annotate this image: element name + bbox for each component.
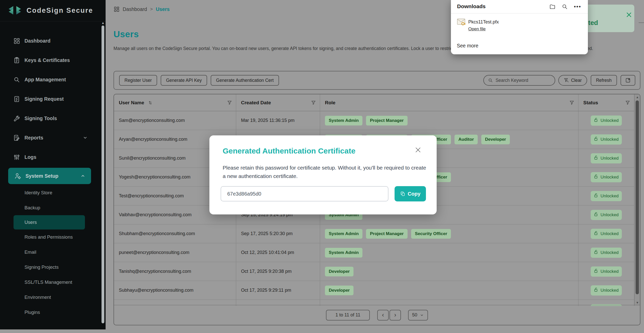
sidebar-item-signing-tools[interactable]: Signing Tools	[0, 109, 106, 128]
modal-close-icon[interactable]	[414, 146, 422, 154]
status-badge[interactable]: Unlocked	[591, 134, 622, 145]
status-badge[interactable]: Unlocked	[591, 153, 622, 163]
sidebar-item-roles-and-permissions[interactable]: Roles and Permissions	[0, 229, 106, 245]
table-row[interactable]: Tanishq@encryptionconsulting.comOct 17, …	[114, 262, 634, 281]
downloaded-file-name[interactable]: Pkcs11Test.pfx	[468, 19, 499, 25]
expand-icon	[625, 78, 631, 83]
created-date-cell: Oct 17, 2025 9:29:11 pm	[236, 281, 320, 300]
register-user-button[interactable]: Register User	[119, 75, 157, 86]
role-cell: System AdminProject Manager	[320, 111, 578, 130]
status-badge[interactable]: Unlocked	[591, 210, 622, 220]
sidebar-item-label: Logs	[24, 154, 36, 160]
sidebar-item-backup[interactable]: Backup	[0, 200, 106, 215]
sidebar-item-email[interactable]: Email	[0, 245, 106, 260]
downloads-flyout: Downloads ••• Pkcs11Test.pfx Open file S…	[451, 0, 588, 54]
table-row[interactable]: Subhayu@encryptionconsulting.comOct 17, …	[114, 281, 634, 300]
search-input[interactable]	[496, 78, 549, 83]
sidebar-item-plugins[interactable]: Plugins	[0, 305, 106, 320]
status-badge[interactable]: Unlocked	[591, 266, 622, 277]
sidebar-item-label: Signing Request	[24, 96, 64, 102]
search-downloads-icon[interactable]	[562, 4, 568, 10]
table-row[interactable]: Shubham@encryptionconsulting.comSep 17, …	[114, 224, 634, 243]
folder-icon[interactable]	[549, 4, 555, 10]
role-badge: Developer	[325, 267, 353, 276]
page-size-select[interactable]: 50	[408, 310, 428, 321]
sidebar-nav: DashboardKeys & CertificatesApp Manageme…	[0, 31, 106, 320]
sidebar-item-users[interactable]: Users	[14, 215, 85, 229]
funnel-icon[interactable]	[569, 100, 574, 105]
open-file-link[interactable]: Open file	[468, 27, 486, 32]
role-badge: Security Officer	[411, 229, 451, 239]
search-icon	[488, 78, 493, 83]
column-label: Role	[325, 100, 335, 106]
prev-page-button[interactable]: ‹	[377, 310, 389, 321]
refresh-button[interactable]: Refresh	[591, 75, 617, 86]
status-cell: Unlocked	[578, 149, 634, 168]
created-date-cell: Oct 12, 2025 10:41:04 pm	[236, 243, 320, 262]
more-options-icon[interactable]: •••	[574, 4, 581, 10]
refresh-label: Refresh	[596, 78, 612, 83]
role-badge: System Admin	[325, 116, 362, 125]
sidebar-item-ssl-tls-management[interactable]: SSL/TLS Management	[0, 275, 106, 290]
user-name-cell: Shubham@encryptionconsulting.com	[114, 224, 236, 243]
clear-filters-button[interactable]: Clear	[558, 75, 587, 86]
sidebar-item-keys-certificates[interactable]: Keys & Certificates	[0, 50, 106, 70]
status-badge[interactable]: Unlocked	[591, 172, 622, 182]
sidebar-subitem-label: Environment	[24, 294, 51, 300]
sidebar-item-identity-store[interactable]: Identity Store	[0, 185, 106, 200]
copy-button[interactable]: Copy	[395, 186, 426, 201]
sidebar-scrollbar[interactable]	[102, 25, 104, 323]
scroll-down-icon[interactable]: ▼	[635, 301, 640, 304]
status-badge[interactable]: Unlocked	[591, 229, 622, 239]
funnel-icon[interactable]	[311, 100, 316, 105]
sidebar-item-dashboard[interactable]: Dashboard	[0, 31, 106, 50]
status-badge[interactable]: Unlocked	[591, 248, 622, 258]
sidebar-scroll-up-icon[interactable]: ▲	[101, 21, 105, 25]
sidebar-item-environment[interactable]: Environment	[0, 290, 106, 305]
scroll-up-icon[interactable]: ▲	[635, 95, 640, 99]
expand-table-button[interactable]	[621, 75, 635, 86]
generate-api-key-button[interactable]: Generate API Key	[161, 75, 207, 86]
screen: CodeSign Secure DashboardKeys & Certific…	[0, 0, 644, 333]
role-badge: Developer	[481, 135, 510, 144]
table-scrollbar-thumb[interactable]	[636, 100, 639, 294]
sidebar-item-logs[interactable]: Logs	[0, 147, 106, 167]
sidebar-item-label: Signing Tools	[24, 116, 57, 121]
lock-open-icon	[594, 231, 598, 237]
status-cell: Unlocked	[578, 168, 634, 186]
clear-label: Clear	[571, 78, 582, 83]
see-more-link[interactable]: See more	[457, 43, 478, 49]
certificate-password-field[interactable]	[221, 186, 388, 201]
sidebar-item-label: Dashboard	[24, 38, 50, 44]
table-row[interactable]: puneet@encryptionconsulting.comOct 12, 2…	[114, 243, 634, 262]
search-box	[483, 75, 555, 86]
status-label: Unlocked	[601, 156, 619, 161]
next-page-button[interactable]: ›	[389, 310, 401, 321]
sidebar-item-signing-request[interactable]: Signing Request	[0, 89, 106, 109]
sort-icon[interactable]	[148, 100, 153, 105]
table-row[interactable]: Sam@encryptionconsulting.comMar 19, 2025…	[114, 111, 634, 130]
toast-close-icon[interactable]	[625, 11, 633, 18]
funnel-icon[interactable]	[625, 100, 630, 105]
status-cell: Unlocked	[578, 224, 634, 243]
user-gear-icon	[14, 173, 21, 180]
table-scrollbar[interactable]: ▲ ▼	[634, 94, 640, 305]
sidebar-item-reports[interactable]: Reports	[0, 128, 106, 147]
sidebar-item-signing-projects[interactable]: Signing Projects	[0, 260, 106, 275]
sidebar-item-system-setup[interactable]: System Setup	[8, 168, 91, 184]
breadcrumb-current[interactable]: Users	[156, 6, 170, 12]
status-badge[interactable]: Unlocked	[591, 116, 622, 126]
breadcrumb: Dashboard > Users	[113, 6, 170, 12]
status-badge[interactable]: Unlocked	[591, 191, 622, 201]
breadcrumb-root[interactable]: Dashboard	[123, 6, 147, 12]
sidebar-subitem-label: Signing Projects	[24, 264, 59, 270]
sidebar-item-app-management[interactable]: App Management	[0, 70, 106, 89]
generate-auth-cert-button[interactable]: Generate Authentication Cert	[211, 75, 279, 86]
page-title: Users	[113, 29, 139, 39]
chevron-down-icon	[420, 313, 424, 317]
status-badge[interactable]: Unlocked	[591, 285, 622, 296]
role-badge: System Admin	[325, 248, 362, 258]
funnel-icon[interactable]	[227, 100, 232, 105]
status-label: Unlocked	[601, 250, 619, 255]
dashboard-grid-icon	[113, 6, 120, 12]
